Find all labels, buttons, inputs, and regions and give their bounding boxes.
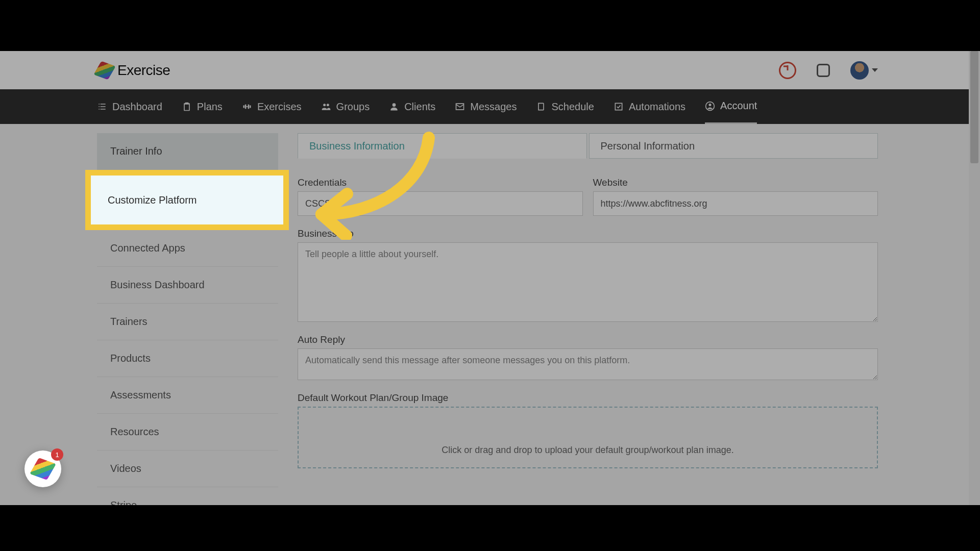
main-nav: Dashboard Plans Exercises Groups Clients… [0, 89, 980, 124]
default-image-label: Default Workout Plan/Group Image [298, 392, 878, 404]
check-square-icon [614, 102, 624, 112]
tab-business-information[interactable]: Business Information [298, 133, 587, 159]
sidebar-item-label: Assessments [110, 389, 171, 401]
sidebar-item-products[interactable]: Products [97, 340, 278, 377]
help-widget[interactable]: 1 [24, 450, 61, 487]
chevron-down-icon [872, 68, 878, 72]
credentials-input[interactable] [298, 191, 583, 216]
nav-label: Automations [629, 101, 685, 113]
default-image-dropzone[interactable]: Click or drag and drop to upload your de… [298, 407, 878, 468]
nav-label: Account [720, 100, 757, 112]
scrollbar-thumb[interactable] [970, 51, 978, 163]
auto-reply-label: Auto Reply [298, 334, 878, 345]
settings-main: Business Information Personal Informatio… [298, 133, 878, 505]
info-tabs: Business Information Personal Informatio… [298, 133, 878, 159]
nav-label: Exercises [257, 101, 302, 113]
nav-clients[interactable]: Clients [389, 89, 435, 124]
brand-name: Exercise [117, 62, 170, 79]
nav-schedule[interactable]: Schedule [536, 89, 594, 124]
sidebar-item-label: Stripe [110, 499, 137, 505]
brand-logo-icon [93, 61, 115, 80]
sidebar-item-resources[interactable]: Resources [97, 414, 278, 450]
nav-label: Schedule [551, 101, 594, 113]
sidebar-item-label: Trainers [110, 316, 148, 328]
top-header: Exercise [0, 51, 980, 89]
user-circle-icon [705, 101, 715, 111]
field-auto-reply: Auto Reply [298, 334, 878, 380]
avatar-icon [850, 61, 869, 80]
page-content: Trainer Info Customize Platform Connecte… [0, 124, 980, 505]
sidebar-item-label: Resources [110, 426, 159, 438]
website-input[interactable] [593, 191, 878, 216]
business-info-form: Credentials Website Business Bio [298, 159, 878, 468]
sidebar-item-stripe[interactable]: Stripe [97, 487, 278, 505]
notification-badge: 1 [51, 448, 63, 461]
brand[interactable]: Exercise [97, 62, 170, 79]
envelope-icon [455, 102, 465, 112]
nav-dashboard[interactable]: Dashboard [97, 89, 162, 124]
sidebar-item-trainer-info[interactable]: Trainer Info [97, 133, 278, 170]
credentials-label: Credentials [298, 177, 583, 188]
nav-label: Clients [404, 101, 435, 113]
app-viewport: Exercise Dashboard Plans Exercises Group… [0, 51, 980, 505]
tab-label: Personal Information [601, 140, 695, 152]
widget-logo-icon [30, 458, 56, 480]
nav-label: Messages [470, 101, 517, 113]
business-bio-label: Business Bio [298, 228, 878, 239]
clock-icon[interactable] [779, 62, 796, 79]
sidebar-item-assessments[interactable]: Assessments [97, 377, 278, 414]
book-icon [536, 102, 546, 112]
checkbox-icon[interactable] [817, 64, 830, 77]
scrollbar[interactable] [969, 51, 980, 505]
sidebar-item-label: Trainer Info [110, 145, 162, 157]
tab-personal-information[interactable]: Personal Information [589, 133, 878, 159]
field-credentials: Credentials [298, 177, 583, 216]
sidebar-item-label: Business Dashboard [110, 279, 205, 291]
profile-menu[interactable] [850, 61, 878, 80]
dropzone-text: Click or drag and drop to upload your de… [309, 443, 867, 457]
nav-groups[interactable]: Groups [321, 89, 370, 124]
field-website: Website [593, 177, 878, 216]
nav-messages[interactable]: Messages [455, 89, 517, 124]
nav-account[interactable]: Account [705, 89, 757, 124]
field-business-bio: Business Bio [298, 228, 878, 322]
nav-label: Groups [336, 101, 370, 113]
website-label: Website [593, 177, 878, 188]
sidebar-item-customize-platform[interactable]: Customize Platform [85, 170, 289, 230]
sidebar-item-videos[interactable]: Videos [97, 450, 278, 487]
person-icon [389, 102, 399, 112]
sidebar-item-label: Connected Apps [110, 242, 185, 254]
sidebar-item-label: Videos [110, 463, 141, 474]
settings-sidebar: Trainer Info Customize Platform Connecte… [97, 133, 278, 505]
nav-exercises[interactable]: Exercises [242, 89, 302, 124]
sidebar-item-business-dashboard[interactable]: Business Dashboard [97, 267, 278, 304]
sidebar-item-label: Products [110, 353, 151, 364]
tab-label: Business Information [309, 140, 405, 152]
sidebar-item-trainers[interactable]: Trainers [97, 304, 278, 340]
nav-label: Dashboard [112, 101, 162, 113]
group-icon [321, 102, 331, 112]
sidebar-item-label: Customize Platform [108, 194, 197, 206]
list-icon [97, 102, 107, 112]
sidebar-item-connected-apps[interactable]: Connected Apps [97, 230, 278, 267]
field-default-image: Default Workout Plan/Group Image Click o… [298, 392, 878, 468]
business-bio-input[interactable] [298, 242, 878, 322]
nav-label: Plans [197, 101, 223, 113]
svg-point-1 [709, 104, 712, 106]
clipboard-icon [182, 102, 192, 112]
auto-reply-input[interactable] [298, 348, 878, 380]
nav-automations[interactable]: Automations [614, 89, 685, 124]
dumbbell-icon [242, 102, 252, 112]
nav-plans[interactable]: Plans [182, 89, 223, 124]
